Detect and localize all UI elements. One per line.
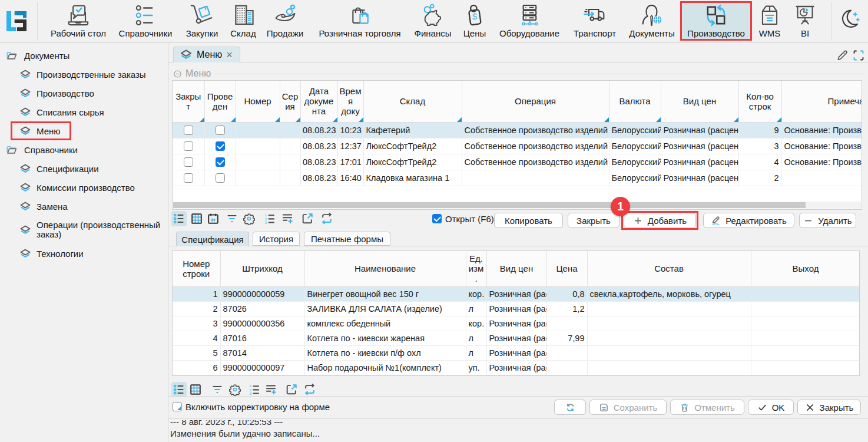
column-header-composition[interactable]: Состав: [587, 251, 751, 286]
fullscreen-icon[interactable]: [853, 50, 864, 61]
cell-note[interactable]: [781, 170, 862, 186]
cell-name[interactable]: Котлета по - киевски п/ф охл: [304, 345, 466, 360]
column-header-closed[interactable]: Закрыт: [173, 81, 204, 122]
sidebar-folder-documents[interactable]: Документы: [0, 46, 168, 65]
sidebar-item-replacement[interactable]: Замена: [0, 197, 168, 216]
cell-output[interactable]: [751, 316, 860, 331]
copy-button[interactable]: Копировать: [494, 213, 563, 228]
cell-price-type[interactable]: Розничная (расценка): [661, 122, 738, 138]
sidebar-item-technologies[interactable]: Технологии: [0, 244, 168, 263]
ok-button[interactable]: OK: [748, 400, 794, 415]
cell-line-number[interactable]: 4: [173, 331, 220, 345]
cell-date[interactable]: 08.08.23: [300, 122, 337, 138]
column-header-price-type[interactable]: Вид цен: [486, 251, 546, 286]
cell-warehouse[interactable]: ЛюксСофтТрейд2: [363, 138, 462, 154]
list-add-button[interactable]: [280, 211, 295, 226]
refresh-button[interactable]: [554, 400, 586, 415]
cell-note[interactable]: Основание: Производство: [781, 122, 862, 138]
column-header-barcode[interactable]: Штрихкод: [220, 251, 304, 286]
cell-number[interactable]: [236, 122, 280, 138]
collapse-minus-icon[interactable]: [174, 70, 181, 78]
cell-price[interactable]: [546, 345, 587, 360]
tab-history[interactable]: История: [253, 232, 300, 246]
theme-toggle-button[interactable]: [837, 8, 860, 31]
cell-price[interactable]: 7,99: [546, 331, 587, 345]
cell-name[interactable]: Винегрет овощной вес 150 г: [304, 286, 466, 301]
module-bi[interactable]: BI: [793, 1, 817, 41]
table-row[interactable]: 6 9900000000097 Набор подарочный №1(комп…: [173, 360, 860, 375]
cell-unit[interactable]: кор.: [466, 316, 486, 331]
cell-series[interactable]: [280, 122, 300, 138]
cell-warehouse[interactable]: Кладовка магазина 1: [363, 170, 462, 186]
table-row[interactable]: 4 87016 Котлета по - киевски жареная л Р…: [173, 331, 860, 345]
column-header-date[interactable]: Дата документа: [300, 81, 337, 122]
cell-currency[interactable]: Белорусский рубль: [609, 170, 661, 186]
module-documents[interactable]: Документы: [629, 1, 674, 41]
close-form-button[interactable]: Закрыть: [797, 400, 861, 415]
closed-checkbox[interactable]: [184, 173, 193, 183]
repeat-button[interactable]: [302, 382, 317, 397]
cell-line-number[interactable]: 2: [173, 301, 220, 316]
cell-number[interactable]: [236, 138, 280, 154]
cell-name[interactable]: комплекс обеденный: [304, 316, 466, 331]
module-finance[interactable]: Финансы: [415, 1, 452, 41]
cell-composition[interactable]: [587, 316, 751, 331]
sidebar-item-production-orders[interactable]: Производственные заказы: [0, 65, 168, 84]
tab-print-forms[interactable]: Печатные формы: [304, 232, 390, 246]
cell-date[interactable]: 08.08.23: [300, 154, 337, 170]
cell-output[interactable]: [751, 345, 860, 360]
closed-checkbox[interactable]: [184, 126, 193, 135]
cell-price[interactable]: [546, 360, 587, 375]
table-row[interactable]: 2 87026 ЗАЛИВКА ДЛЯ САЛАТА (изделие) л Р…: [173, 301, 860, 316]
cell-price[interactable]: 1,2: [546, 301, 587, 316]
cell-operation[interactable]: [462, 170, 609, 186]
tab-specification[interactable]: Спецификация: [176, 232, 249, 246]
module-prices[interactable]: Цены: [463, 1, 486, 41]
cell-line-count[interactable]: 2: [738, 170, 781, 186]
column-header-series[interactable]: Серия: [280, 81, 300, 122]
table-row[interactable]: 3 9900000000356 комплекс обеденный кор. …: [173, 316, 860, 331]
tab-close-icon[interactable]: ×: [226, 50, 233, 60]
column-header-note[interactable]: Примечание: [781, 81, 862, 122]
module-catalogs[interactable]: Справочники: [119, 1, 173, 41]
cell-time[interactable]: 16:40: [337, 170, 363, 186]
scrollbar-thumb[interactable]: [173, 202, 806, 208]
cell-date[interactable]: 08.08.23: [300, 170, 337, 186]
settings-button[interactable]: [227, 382, 243, 397]
cell-output[interactable]: [751, 286, 860, 301]
cell-name[interactable]: Набор подарочный №1(комплект): [304, 360, 466, 375]
cell-output[interactable]: [751, 360, 860, 375]
cell-price-type[interactable]: Розничная (расценка): [486, 331, 546, 345]
column-header-output[interactable]: Выход: [751, 251, 860, 286]
cell-barcode[interactable]: 87014: [220, 345, 304, 360]
cancel-button[interactable]: Отменить: [670, 400, 744, 415]
module-warehouse[interactable]: Склад: [230, 1, 256, 41]
cell-note[interactable]: Основание: Производство: [781, 138, 862, 154]
cell-line-number[interactable]: 6: [173, 360, 220, 375]
cell-note[interactable]: Основание: Производство: [781, 154, 862, 170]
cell-barcode[interactable]: 87026: [220, 301, 304, 316]
module-equipment[interactable]: Оборудование: [499, 1, 559, 41]
cell-warehouse[interactable]: Кафетерий: [363, 122, 462, 138]
correction-checkbox[interactable]: [173, 402, 182, 411]
cell-price-type[interactable]: Розничная (расценка): [486, 360, 546, 375]
module-desktop[interactable]: Рабочий стол: [51, 1, 106, 41]
cell-barcode[interactable]: 87016: [220, 331, 304, 345]
cell-warehouse[interactable]: ЛюксСофтТрейд2: [363, 154, 462, 170]
sidebar-item-operations[interactable]: Операции (производственный заказ): [0, 216, 168, 244]
closed-checkbox[interactable]: [184, 157, 193, 167]
grid-view-button[interactable]: [188, 382, 203, 397]
cell-barcode[interactable]: 9900000000059: [220, 286, 304, 301]
cell-barcode[interactable]: 9900000000097: [220, 360, 304, 375]
module-wms[interactable]: WMS: [758, 1, 781, 41]
numbered-list-button[interactable]: [247, 382, 262, 397]
module-sales[interactable]: Продажи: [267, 1, 304, 41]
save-button[interactable]: Сохранить: [589, 400, 667, 415]
cell-currency[interactable]: Белорусский рубль: [609, 138, 661, 154]
cell-operation[interactable]: Собственное производство изделий: [462, 154, 609, 170]
edit-button[interactable]: Редактировать: [703, 213, 794, 228]
cell-operation[interactable]: Собственное производство изделий: [462, 122, 609, 138]
cell-series[interactable]: [280, 170, 300, 186]
cell-composition[interactable]: [587, 360, 751, 375]
posted-checkbox[interactable]: [216, 141, 225, 151]
